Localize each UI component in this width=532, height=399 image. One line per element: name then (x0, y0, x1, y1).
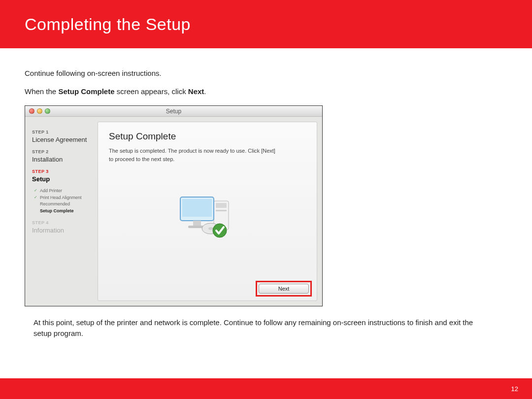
step2-name: Installation (32, 156, 98, 163)
svg-point-8 (208, 227, 213, 230)
slide-footer: 12 (0, 378, 532, 399)
next-button-highlight: Next (256, 281, 312, 297)
step1-label: STEP 1 (32, 130, 98, 134)
substep-alignment: Print Head Alignment Recommended (40, 195, 98, 208)
instr2-mid: screen appears, click (115, 87, 188, 96)
instruction-line-2: When the Setup Complete screen appears, … (25, 87, 507, 96)
svg-rect-4 (182, 199, 212, 217)
svg-rect-2 (216, 210, 227, 211)
instr2-post: . (204, 87, 206, 96)
slide-header: Completing the Setup (0, 0, 532, 48)
next-button-label: Next (278, 286, 290, 292)
substep-add-printer: Add Printer (40, 188, 98, 195)
svg-point-9 (213, 224, 227, 237)
instr2-bold2: Next (188, 87, 204, 96)
panel-text: The setup is completed. The product is n… (109, 147, 276, 163)
embedded-screenshot: Setup STEP 1 License Agreement STEP 2 In… (25, 105, 323, 306)
step4-label: STEP 4 (32, 220, 98, 225)
panel-title: Setup Complete (109, 131, 306, 142)
step4-name: Information (32, 227, 98, 234)
step2-label: STEP 2 (32, 149, 98, 154)
setup-complete-illustration-icon (175, 190, 239, 239)
substeps: Add Printer Print Head Alignment Recomme… (32, 188, 98, 214)
window-title: Setup (25, 108, 322, 115)
content-area: Continue following on-screen instruction… (0, 48, 532, 339)
window-body: STEP 1 License Agreement STEP 2 Installa… (25, 117, 322, 306)
step1-name: License Agreement (32, 136, 98, 143)
conclusion-text: At this point, setup of the printer and … (25, 317, 483, 339)
wizard-main-panel: Setup Complete The setup is completed. T… (98, 122, 317, 301)
instr2-pre: When the (25, 87, 58, 96)
step3-label: STEP 3 (32, 169, 98, 174)
page-number: 12 (511, 385, 518, 393)
instr2-bold1: Setup Complete (58, 87, 114, 96)
svg-rect-5 (193, 221, 201, 226)
wizard-sidebar: STEP 1 License Agreement STEP 2 Installa… (25, 117, 98, 306)
page-title: Completing the Setup (25, 15, 191, 34)
window-titlebar: Setup (25, 106, 322, 117)
next-button[interactable]: Next (259, 284, 309, 294)
svg-rect-1 (216, 203, 227, 208)
step3-name: Setup (32, 175, 98, 183)
substep-complete: Setup Complete (40, 208, 98, 215)
instruction-line-1: Continue following on-screen instruction… (25, 69, 507, 77)
